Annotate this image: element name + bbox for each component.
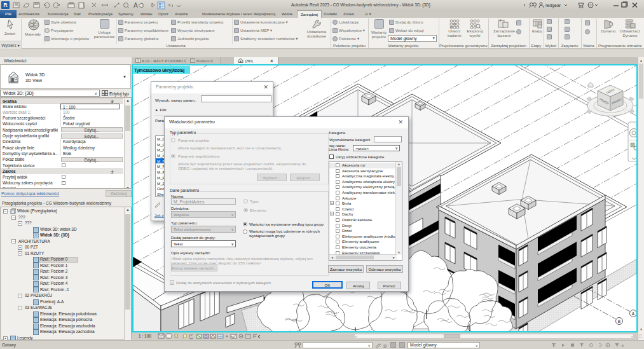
svg-text::0: :0	[620, 344, 624, 348]
svg-text:redgear: redgear	[545, 3, 561, 8]
svg-text:A: A	[134, 2, 138, 9]
svg-text:A: A	[632, 311, 635, 316]
svg-text:B: B	[618, 319, 620, 324]
svg-text:?: ?	[589, 4, 592, 8]
svg-text::0: :0	[383, 344, 387, 348]
svg-text:R: R	[3, 2, 8, 8]
